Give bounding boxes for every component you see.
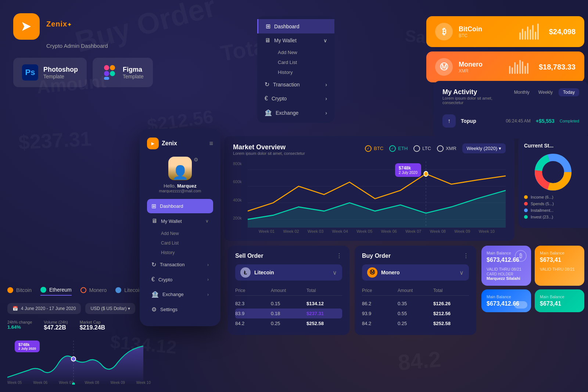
wallet-card-purple: Main Balance $673,412.66 ₿ VALID THRU 08… [481, 246, 531, 286]
tab-bitcoin[interactable]: Bitcoin [7, 287, 32, 296]
nav-add-new[interactable]: Add New [270, 47, 334, 57]
exchange-nav-icon: 🏦 [151, 291, 159, 298]
monero-select[interactable]: Ⓜ Monero ∨ [362, 264, 469, 281]
sell-order-header: Sell Order ⋮ [235, 252, 342, 259]
settings-nav-icon: ⚙ [151, 306, 157, 313]
dashboard-nav-icon: ⊞ [151, 203, 156, 210]
legend-income: Income (6...) [524, 195, 582, 199]
market-header: Market Overview Lorem ipsum dolor sit am… [233, 143, 506, 156]
crypto-icon: € [265, 95, 268, 102]
y-labels: 800k 600k 400k 200k [233, 161, 248, 220]
user-email: marquezzzz@mail.com [147, 189, 213, 193]
wallet-chevron: ∨ [323, 38, 327, 43]
gear-icon[interactable]: ⚙ [194, 157, 198, 163]
wallet-card-orange: Main Balance $673,41 VALID THRU 08/21 [535, 246, 584, 286]
buy-row-2: 93.9 0.55 $212.56 [362, 309, 469, 318]
mobile-nav-crypto[interactable]: € Crypto › [147, 272, 213, 286]
nav-transaction[interactable]: ↻ Transaction › [257, 77, 334, 92]
date-range-button[interactable]: 📅 4 June 2020 - 17 June 2020 [7, 303, 81, 314]
svg-point-11 [424, 171, 428, 177]
monero-chart [509, 60, 528, 74]
ps-icon: Ps [22, 64, 38, 81]
stat-volume: Volume (24h) $47.22B [44, 320, 68, 331]
legend-spends: Spends (5...) [524, 202, 582, 206]
buy-order-header: Buy Order ⋮ [362, 252, 469, 259]
brand-name: Zenix✦ [46, 17, 72, 37]
nav-history[interactable]: History [270, 67, 334, 77]
filter-eth[interactable]: ETH [389, 145, 408, 152]
sell-order-menu[interactable]: ⋮ [336, 252, 342, 259]
svg-rect-1 [104, 65, 109, 70]
filter-btc[interactable]: BTC [365, 145, 383, 152]
activity-label: Topup [461, 118, 501, 124]
brand-logo: Zenix✦ [13, 13, 153, 40]
bitcoin-card: ₿ BitCoin BTC $24,098 [426, 16, 584, 47]
exchange-arrow: › [325, 110, 327, 116]
tab-ethereum[interactable]: Ethereum [40, 287, 72, 296]
buy-row-3: 84.2 0.25 $252.58 [362, 318, 469, 328]
monero-icon: Ⓜ [435, 58, 453, 76]
market-subtitle: Lorem ipsum dolor sit amet, consectetur [233, 151, 305, 156]
legend-invest: Invest (23...) [524, 215, 582, 219]
greeting: Hello, Marquez [147, 183, 213, 189]
tab-monthly[interactable]: Monthly [511, 88, 533, 96]
dashboard-icon: ⊞ [266, 23, 270, 30]
svg-rect-3 [104, 71, 109, 76]
mobile-nav-settings[interactable]: ⚙ Settings [147, 302, 213, 317]
template-cards: Ps Photoshop Template Fi [13, 58, 153, 87]
market-filters: BTC ETH LTC XMR Weekly (2020) ▾ [365, 143, 506, 153]
mobile-nav-exchange[interactable]: 🏦 Exchange › [147, 287, 213, 302]
avatar: 👤 [168, 157, 192, 180]
tab-weekly[interactable]: Weekly [535, 88, 556, 96]
date-range-bar: 📅 4 June 2020 - 17 June 2020 USD ($ US D… [7, 303, 151, 314]
activity-row: ↑ Topup 06:24:45 AM +$5,553 Completed [442, 111, 579, 131]
filter-ltc[interactable]: LTC [413, 145, 431, 152]
period-select[interactable]: Weekly (2020) ▾ [462, 143, 506, 153]
figma-card[interactable]: Figma Template [93, 58, 153, 87]
activity-title: My Activity [442, 88, 511, 96]
mobile-nav-dashboard[interactable]: ⊞ Dashboard [147, 199, 213, 213]
crypto-nav-icon: € [151, 276, 155, 283]
mobile-sub-card-list[interactable]: Card List [147, 238, 213, 248]
eth-checkbox [389, 145, 396, 152]
monero-info: Monero XMR [459, 61, 499, 74]
chart-tooltip: $748k 2 July 2020 [395, 163, 421, 177]
sell-row-3: 84.2 0.25 $252.58 [235, 318, 342, 328]
logo-icon [13, 13, 40, 40]
tab-litecoin[interactable]: Litecoin [115, 287, 142, 296]
tab-monero[interactable]: Monero [80, 287, 107, 296]
mobile-nav-transaction[interactable]: ↻ Transaction › [147, 257, 213, 272]
transaction-nav-icon: ↻ [151, 261, 156, 268]
mobile-nav-wallet[interactable]: 🖥 My Wallet ∨ [147, 214, 213, 228]
nav-card-list[interactable]: Card List [270, 57, 334, 67]
hamburger-icon[interactable]: ≡ [209, 140, 213, 147]
mobile-sub-history[interactable]: History [147, 248, 213, 257]
card-holder-1: Marquezz Silalahi [487, 276, 526, 281]
nav-dashboard[interactable]: ⊞ Dashboard [257, 19, 334, 33]
mobile-profile: ⚙ 👤 Hello, Marquez marquezzzz@mail.com [147, 157, 213, 193]
currency-button[interactable]: USD ($ US Dollar) ▾ [85, 303, 135, 314]
nav-crypto[interactable]: € Crypto › [257, 92, 334, 106]
current-stats-title: Current St... [524, 143, 582, 149]
buy-row-1: 86.2 0.35 $126.26 [362, 299, 469, 309]
sidebar-nav: ⊞ Dashboard 🖥 My Wallet ∨ Add New Card L… [257, 16, 334, 123]
litecoin-select[interactable]: Ł Litecoin ∨ [235, 264, 342, 281]
bitcoin-price: $24,098 [549, 28, 576, 36]
exchange-icon: 🏦 [265, 109, 272, 116]
toggle-switch[interactable] [514, 301, 527, 309]
activity-header: My Activity Lorem ipsum dolor sit amet, … [442, 88, 579, 105]
tab-today[interactable]: Today [559, 88, 579, 96]
nav-wallet[interactable]: 🖥 My Wallet ∨ [257, 33, 334, 47]
nav-exchange[interactable]: 🏦 Exchange › [257, 106, 334, 120]
wallet-nav-icon: 🖥 [151, 218, 157, 224]
bitcoin-icon: ₿ [435, 23, 453, 40]
bottom-chart-section: Bitcoin Ethereum Monero Litecoin 📅 4 Jun… [7, 287, 151, 385]
current-stats: Current St... Income (6...) Spends (5...… [518, 136, 588, 228]
activity-subtitle: Lorem ipsum dolor sit amet, consectetur [442, 96, 511, 105]
filter-xmr[interactable]: XMR [437, 145, 456, 152]
photoshop-card[interactable]: Ps Photoshop Template [13, 58, 87, 87]
litecoin-arrow: ∨ [333, 269, 337, 276]
mobile-sub-add-new[interactable]: Add New [147, 229, 213, 238]
sell-order: Sell Order ⋮ Ł Litecoin ∨ Price Amount T… [228, 246, 349, 335]
buy-order-menu[interactable]: ⋮ [463, 252, 469, 259]
